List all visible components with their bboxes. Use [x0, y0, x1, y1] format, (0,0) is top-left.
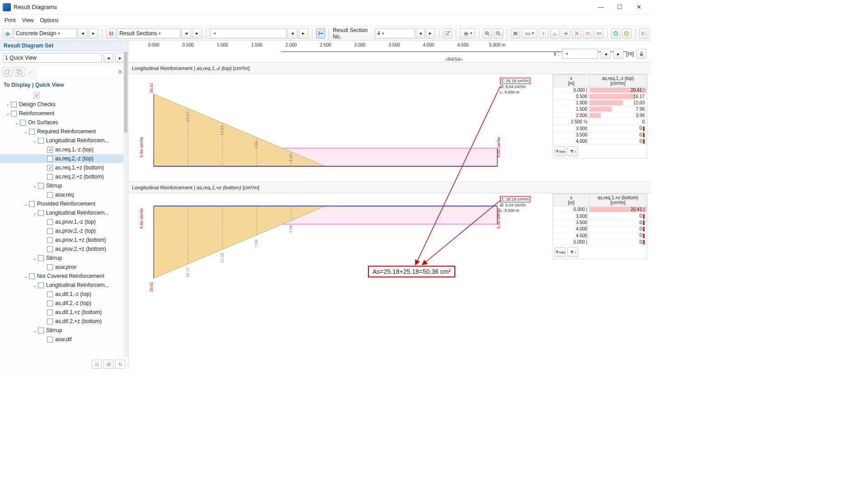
checkbox-icon[interactable] [47, 192, 53, 198]
empty-prev[interactable]: ◂ [288, 28, 297, 38]
table-row[interactable]: 1.00012.03 [553, 100, 647, 106]
checkbox-icon[interactable] [47, 219, 53, 225]
tree-ds1[interactable]: ✓ [0, 91, 128, 100]
uncheck-all-icon[interactable]: ☒ [104, 360, 113, 369]
checkbox-icon[interactable] [47, 300, 53, 306]
table-row[interactable]: 1.5007.98 [553, 106, 647, 113]
lock-icon[interactable] [637, 49, 646, 59]
empty-next[interactable]: ▸ [298, 28, 308, 38]
checkbox-icon[interactable]: ✓ [47, 147, 53, 153]
tool-f-icon[interactable] [594, 28, 603, 38]
table-row[interactable]: 5.000 |0 [553, 239, 647, 245]
refresh-icon[interactable]: ↻ [115, 360, 125, 369]
table-row[interactable]: 3.5000 [553, 131, 647, 138]
checkbox-icon[interactable] [38, 210, 44, 216]
tree-provided[interactable]: ⌄Provided Reinforcement [0, 199, 128, 208]
zoom-in-button[interactable] [483, 28, 492, 38]
table-row[interactable]: 0.000 |20.41 [553, 87, 647, 94]
minimize-button[interactable]: — [591, 0, 610, 14]
x-next[interactable]: ▸ [613, 49, 623, 59]
set-prev[interactable]: ◂ [104, 53, 113, 63]
checkbox-icon[interactable] [38, 183, 44, 189]
section-next[interactable]: ▸ [192, 28, 202, 38]
tree-asprov1pos[interactable]: as,prov,1,+z (bottom) [0, 235, 128, 244]
x-prev[interactable]: ◂ [601, 49, 611, 59]
tree-asdif1neg[interactable]: as,dif,1,-z (top) [0, 290, 128, 299]
last-tool-icon[interactable] [639, 28, 648, 38]
tree-long-nc[interactable]: ⌄Longitudinal Reinforcem... [0, 281, 128, 290]
check-all-icon[interactable]: ☑ [92, 360, 102, 369]
tree-asreq1neg[interactable]: ✓as,req,1,-z (top) [0, 145, 128, 154]
tree-asprov2neg[interactable]: as,prov,2,-z (top) [0, 226, 128, 235]
checkbox-icon[interactable] [38, 328, 44, 333]
filter-button[interactable]: • [567, 146, 578, 156]
tree-long-prov[interactable]: ⌄Longitudinal Reinforcem... [0, 208, 128, 217]
tree-aswdif[interactable]: asw,dif [0, 335, 128, 344]
tree-on-surfaces[interactable]: ⌄On Surfaces [0, 118, 128, 127]
tree-long-req[interactable]: ⌄Longitudinal Reinforcem... [0, 136, 128, 145]
table-row[interactable]: 0.50016.17 [553, 94, 647, 100]
sidebar-scrollbar[interactable] [123, 41, 128, 357]
tree-notcovered[interactable]: ⌄Not Covered Reinforcement [0, 272, 128, 281]
pick-mode-button[interactable] [316, 28, 325, 38]
checkbox-icon[interactable] [47, 291, 53, 297]
table-row[interactable]: 4.5000 [553, 232, 647, 239]
tool-e-icon[interactable] [583, 28, 592, 38]
toggle-axis-icon[interactable] [511, 28, 520, 38]
category-prev[interactable]: ◂ [78, 28, 88, 38]
x-select[interactable]: ▾ [562, 49, 598, 59]
table-row[interactable]: 0.000 |20.41 [553, 206, 647, 213]
filter-max-button[interactable]: max [555, 146, 566, 156]
table-row[interactable]: 3.0000 [553, 213, 647, 219]
checkbox-icon[interactable] [38, 282, 44, 288]
tree-asreq2neg[interactable]: as,req,2,-z (top) [0, 154, 128, 163]
checkbox-icon[interactable] [38, 138, 44, 144]
cube-1-icon[interactable] [611, 28, 620, 38]
table-row[interactable]: 3.0000 [553, 125, 647, 131]
result-section-select[interactable]: 4▾ [375, 28, 415, 38]
tree-asreq2pos[interactable]: as,req,2,+z (bottom) [0, 172, 128, 181]
menu-print[interactable]: Print [5, 17, 16, 23]
menu-options[interactable]: Options [40, 17, 58, 23]
section-select[interactable]: Result Sections▾ [117, 28, 180, 38]
filter-off-icon[interactable] [443, 28, 452, 38]
checkbox-icon[interactable] [47, 337, 53, 343]
table-row[interactable]: 2.500 ½0 [553, 119, 647, 125]
checkbox-icon[interactable] [29, 129, 35, 135]
cube-2-icon[interactable] [622, 28, 631, 38]
checkbox-icon[interactable]: ✓ [47, 165, 53, 171]
checkbox-icon[interactable] [47, 319, 53, 324]
chart1-svg[interactable]: 20.41 16.17 12.03 7.98 3.98 5.04 cm²/m 5… [128, 74, 544, 182]
checkbox-icon[interactable] [47, 237, 53, 243]
table-row[interactable]: 4.0000 [553, 138, 647, 145]
tree-aswprov[interactable]: asw,prov [0, 263, 128, 272]
checkbox-icon[interactable] [47, 264, 53, 270]
checkbox-icon[interactable] [11, 102, 17, 108]
tree-asdif1pos[interactable]: as,dif,1,+z (bottom) [0, 308, 128, 317]
checkbox-icon[interactable] [47, 246, 53, 252]
checkbox-icon[interactable] [47, 174, 53, 180]
filter-max-button[interactable]: max [555, 247, 566, 257]
checkbox-icon[interactable] [29, 273, 35, 279]
tree-asprov1neg[interactable]: as,prov,1,-z (top) [0, 217, 128, 226]
menu-view[interactable]: View [22, 17, 34, 23]
tree-asreq1pos[interactable]: ✓as,req,1,+z (bottom) [0, 163, 128, 172]
tool-a-icon[interactable] [539, 28, 548, 38]
tree-design-checks[interactable]: ›Design Checks [0, 100, 128, 109]
result-section-next[interactable]: ▸ [426, 28, 435, 38]
tool-c-icon[interactable] [561, 28, 570, 38]
tree-asdif2neg[interactable]: as,dif,2,-z (top) [0, 299, 128, 308]
section-prev[interactable]: ◂ [181, 28, 191, 38]
diagram-style-button[interactable]: ▾ [522, 28, 537, 38]
new-set-icon[interactable] [3, 67, 13, 77]
tree-required[interactable]: ⌄Required Reinforcement [0, 127, 128, 136]
table-row[interactable]: 2.0003.98 [553, 113, 647, 119]
tree-reinforcement[interactable]: ⌄Reinforcement [0, 109, 128, 118]
chart2-svg[interactable]: 20.41 16.17 12.03 7.98 3.98 5.04 cm²/m 5… [128, 193, 544, 301]
checkbox-icon[interactable] [47, 310, 53, 315]
close-button[interactable]: ✕ [629, 0, 648, 14]
table-row[interactable]: 3.5000 [553, 219, 647, 225]
print-button[interactable]: ▾ [460, 28, 475, 38]
table-row[interactable]: 4.0000 [553, 226, 647, 232]
tool-b-icon[interactable] [550, 28, 559, 38]
